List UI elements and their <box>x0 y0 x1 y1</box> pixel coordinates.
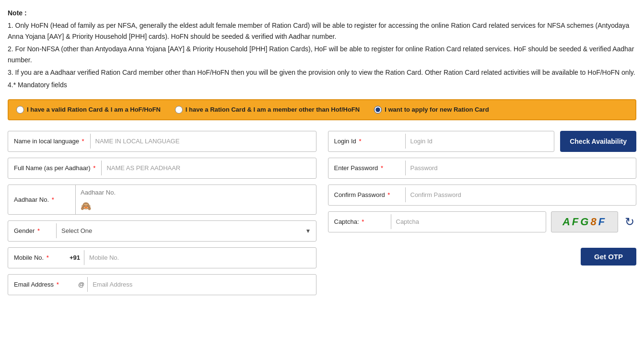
note-line-1: 1. Only HoFN (Head of family as per NFSA… <box>8 20 636 42</box>
form-left: Name in local language * Full Name (as p… <box>8 131 316 295</box>
gender-label: Gender * <box>8 223 56 238</box>
enter-password-req: * <box>381 164 383 172</box>
full-name-label: Full Name (as per Aadhaar) * <box>8 161 101 175</box>
email-label: Email Address * <box>8 277 75 292</box>
registration-type-group: I have a valid Ration Card & I am a HoF/… <box>8 99 636 120</box>
note-section: Note : 1. Only HoFN (Head of family as p… <box>8 8 636 91</box>
name-local-label: Name in local language * <box>8 134 90 149</box>
mobile-input[interactable] <box>84 250 316 265</box>
email-field-row: Email Address * @ <box>8 274 316 295</box>
captcha-label: Captcha: * <box>328 214 391 229</box>
aadhaar-req: * <box>52 196 54 203</box>
email-req: * <box>57 281 59 288</box>
email-input[interactable] <box>88 277 316 292</box>
confirm-password-label: Confirm Password * <box>328 187 405 202</box>
note-line-4: 4.* Mandatory fields <box>8 80 636 90</box>
gender-select[interactable]: Select One Male Female Transgender <box>57 223 316 238</box>
note-line-2: 2. For Non-NFSA (other than Antyodaya An… <box>8 44 636 65</box>
check-availability-button[interactable]: Check Availability <box>560 131 636 152</box>
login-id-input[interactable] <box>405 134 554 149</box>
captcha-text-part1: AFG <box>562 216 590 228</box>
name-local-req: * <box>82 138 84 145</box>
eye-slash-icon[interactable]: 🙈 <box>81 201 91 211</box>
full-name-field-row: Full Name (as per Aadhaar) * <box>8 158 316 179</box>
aadhaar-input[interactable] <box>76 185 316 200</box>
name-local-field-row: Name in local language * <box>8 131 316 152</box>
confirm-password-input[interactable] <box>405 187 636 202</box>
note-line-3: 3. If you are a Aadhaar verified Ration … <box>8 67 636 78</box>
right-col-inner: Login Id * Check Availability Enter Pass… <box>328 131 637 266</box>
radio-label-hof-hofn: I have a valid Ration Card & I am a HoF/… <box>27 106 161 113</box>
captcha-field: Captcha: * <box>328 211 547 232</box>
mobile-label: Mobile No. * <box>8 250 66 265</box>
captcha-text-part2: 8 <box>590 216 598 228</box>
login-id-field: Login Id * <box>328 131 555 152</box>
aadhaar-label: Aadhaar No. * <box>8 192 75 207</box>
radio-option-new-card[interactable]: I want to apply for new Ration Card <box>374 106 489 114</box>
login-id-req: * <box>359 138 361 145</box>
radio-member[interactable] <box>175 106 183 114</box>
radio-option-hof-hofn[interactable]: I have a valid Ration Card & I am a HoF/… <box>16 106 161 114</box>
captcha-req: * <box>362 218 364 225</box>
full-name-input[interactable] <box>101 161 316 175</box>
captcha-text-part3: F <box>598 216 607 228</box>
captcha-image: AFG8F <box>551 211 618 232</box>
captcha-row: Captcha: * AFG8F ↻ <box>328 211 637 232</box>
mobile-req: * <box>47 254 49 261</box>
form-right: Login Id * Check Availability Enter Pass… <box>328 131 637 295</box>
get-otp-row: Get OTP <box>328 242 637 266</box>
gender-req: * <box>37 227 40 234</box>
radio-new-card[interactable] <box>374 106 382 114</box>
radio-hof-hofn[interactable] <box>16 106 24 114</box>
radio-label-new-card: I want to apply for new Ration Card <box>385 106 489 113</box>
radio-label-member: I have a Ration Card & I am a member oth… <box>186 106 360 113</box>
gender-select-wrapper: Select One Male Female Transgender ▼ <box>56 223 316 238</box>
enter-password-label: Enter Password * <box>328 161 405 175</box>
login-id-label: Login Id * <box>328 134 405 149</box>
aadhaar-wrapper: 🙈 <box>75 185 316 214</box>
radio-option-member[interactable]: I have a Ration Card & I am a member oth… <box>175 106 360 114</box>
name-local-input[interactable] <box>90 134 316 149</box>
note-title: Note : <box>8 8 636 18</box>
gender-field-row: Gender * Select One Male Female Transgen… <box>8 220 316 242</box>
captcha-input[interactable] <box>391 214 546 229</box>
mobile-field-row: Mobile No. * +91 <box>8 247 316 268</box>
form-layout: Name in local language * Full Name (as p… <box>8 131 636 295</box>
get-otp-button[interactable]: Get OTP <box>581 248 636 266</box>
mobile-prefix: +91 <box>66 250 84 265</box>
email-at-icon: @ <box>75 277 88 292</box>
captcha-refresh-button[interactable]: ↻ <box>623 213 636 231</box>
confirm-password-req: * <box>387 191 390 198</box>
enter-password-input[interactable] <box>405 161 636 175</box>
confirm-password-field-row: Confirm Password * <box>328 185 637 206</box>
full-name-req: * <box>93 164 95 172</box>
enter-password-field-row: Enter Password * <box>328 158 637 179</box>
aadhaar-input-row <box>76 185 316 200</box>
aadhaar-field-row: Aadhaar No. * 🙈 <box>8 185 316 215</box>
aadhaar-icon-row: 🙈 <box>76 200 316 214</box>
login-row: Login Id * Check Availability <box>328 131 637 152</box>
